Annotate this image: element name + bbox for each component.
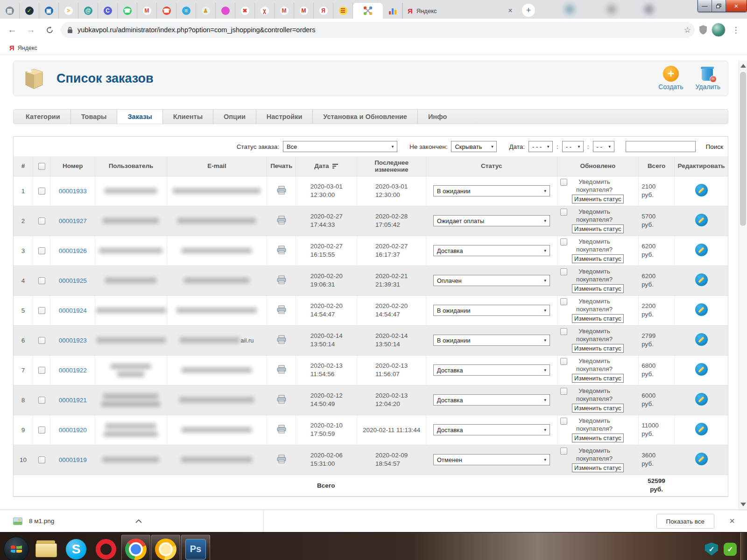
order-number-link[interactable]: 00001926 (59, 247, 87, 254)
edit-order-icon[interactable] (695, 303, 708, 316)
reload-button[interactable] (42, 22, 57, 37)
change-status-button[interactable]: Изменить статус (572, 374, 623, 383)
download-bar-close-icon[interactable]: × (729, 516, 735, 526)
row-checkbox[interactable] (38, 307, 45, 314)
pinned-tab-phone-red[interactable]: ☎ (157, 3, 176, 19)
restore-button[interactable] (712, 0, 726, 12)
row-checkbox[interactable] (38, 397, 45, 404)
change-status-button[interactable]: Изменить статус (572, 254, 623, 263)
date-year-select[interactable]: - -▼ (593, 141, 614, 152)
pinned-tab-yandex-pinned[interactable]: Я (314, 3, 333, 19)
row-checkbox[interactable] (38, 456, 45, 463)
order-number-link[interactable]: 00001921 (59, 397, 87, 404)
tab-клиенты[interactable]: Клиенты (163, 110, 213, 124)
print-icon[interactable] (276, 455, 287, 465)
pinned-tab-people[interactable]: ♟ (196, 3, 216, 19)
back-button[interactable]: ← (5, 22, 20, 37)
active-tab-joomla[interactable] (353, 3, 383, 19)
change-status-button[interactable]: Изменить статус (572, 195, 623, 203)
taskbar-opera[interactable] (92, 535, 120, 560)
scroll-down-arrow[interactable] (740, 503, 746, 506)
url-text[interactable]: yubkavpol.ru/administrator/index.php?opt… (78, 26, 679, 34)
edit-order-icon[interactable] (695, 273, 708, 286)
edit-order-icon[interactable] (695, 184, 708, 196)
order-status-select[interactable]: В ожидании▼ (433, 305, 550, 316)
tab-опции[interactable]: Опции (213, 110, 256, 124)
pinned-tab-analytics[interactable] (383, 3, 402, 19)
edit-order-icon[interactable] (695, 453, 708, 465)
pinned-tab-c-app[interactable]: C (98, 3, 118, 19)
taskbar-chrome-canary[interactable] (151, 535, 180, 560)
pinned-tab-lines-blue[interactable]: ≡ (176, 3, 196, 19)
edit-order-icon[interactable] (695, 214, 708, 226)
forward-button[interactable]: → (23, 22, 38, 37)
change-status-button[interactable]: Изменить статус (572, 434, 623, 442)
print-icon[interactable] (276, 335, 287, 346)
change-status-button[interactable]: Изменить статус (572, 314, 623, 323)
notify-checkbox[interactable] (560, 328, 567, 335)
taskbar-photoshop[interactable]: Ps (181, 535, 210, 560)
pinned-tab-joomla-pinned[interactable]: ✖ (235, 3, 255, 19)
change-status-button[interactable]: Изменить статус (572, 224, 623, 233)
taskbar-chrome[interactable] (121, 535, 150, 560)
tab-close-icon[interactable]: × (506, 7, 514, 15)
order-status-select[interactable]: Отменен▼ (433, 454, 550, 465)
change-status-button[interactable]: Изменить статус (572, 344, 623, 353)
search-input[interactable] (626, 141, 696, 152)
pinned-tab-script-x[interactable]: χ (255, 3, 275, 19)
antivirus-check-icon[interactable]: ✓ (724, 543, 737, 556)
delete-button[interactable]: − Удалить (696, 66, 720, 91)
select-all-checkbox[interactable] (38, 163, 45, 170)
notify-checkbox[interactable] (560, 238, 567, 245)
tab-товары[interactable]: Товары (71, 110, 118, 124)
order-status-select[interactable]: Ожидает оплаты▼ (433, 215, 550, 226)
edit-order-icon[interactable] (695, 393, 708, 406)
col-date[interactable]: Дата (296, 156, 357, 176)
minimize-button[interactable]: — (698, 0, 712, 12)
print-icon[interactable] (276, 216, 287, 226)
change-status-button[interactable]: Изменить статус (572, 284, 623, 293)
download-item[interactable]: 8 м1.png (0, 510, 264, 532)
pinned-tab-whatsapp[interactable]: ☎ (118, 3, 137, 19)
row-checkbox[interactable] (38, 427, 45, 434)
tab-yandex[interactable]: Я Яндекс × (402, 3, 519, 19)
col-email[interactable]: E-mail (167, 156, 267, 176)
scroll-up-arrow[interactable] (740, 64, 746, 68)
notify-checkbox[interactable] (560, 179, 567, 186)
pinned-tab-bookmark-yellow[interactable]: ☰ (333, 3, 353, 19)
profile-avatar[interactable] (712, 23, 726, 37)
date-day-select[interactable]: - - -▼ (529, 141, 553, 152)
new-tab-button[interactable]: + (522, 4, 535, 17)
scrollbar-thumb[interactable] (740, 72, 746, 226)
pinned-tab-check-badge[interactable]: ✓ (20, 3, 39, 19)
pinned-tab-email-at[interactable]: @ (78, 3, 98, 19)
edit-order-icon[interactable] (695, 423, 708, 435)
print-icon[interactable] (276, 425, 287, 435)
col-modified[interactable]: Последнее изменение (357, 156, 426, 176)
print-icon[interactable] (276, 245, 287, 256)
bookmark-star-icon[interactable]: ☆ (684, 25, 691, 35)
date-month-select[interactable]: - -▼ (562, 141, 584, 152)
tab-установка-и-обновление[interactable]: Установка и Обновление (313, 110, 418, 124)
order-number-link[interactable]: 00001924 (59, 307, 87, 314)
pinned-tab-notes[interactable]: ▤ (0, 3, 20, 19)
row-checkbox[interactable] (38, 188, 45, 195)
order-status-select[interactable]: Доставка▼ (433, 424, 550, 435)
order-status-select[interactable]: Оплачен▼ (433, 275, 550, 286)
pinned-tab-gmail-3[interactable]: M (294, 3, 314, 19)
order-number-link[interactable]: 00001920 (59, 427, 87, 434)
show-all-downloads-button[interactable]: Показать все (656, 514, 714, 529)
pinned-tab-gmail-2[interactable]: M (275, 3, 294, 19)
print-icon[interactable] (276, 305, 287, 316)
download-caret-button[interactable] (135, 519, 142, 523)
order-status-select[interactable]: В ожидании▼ (433, 335, 550, 346)
order-status-select[interactable]: Доставка▼ (433, 364, 550, 376)
order-number-link[interactable]: 00001922 (59, 367, 87, 374)
print-icon[interactable] (276, 186, 287, 196)
notify-checkbox[interactable] (560, 418, 567, 425)
show-desktop-button[interactable] (740, 532, 747, 560)
edit-order-icon[interactable] (695, 333, 708, 346)
notify-checkbox[interactable] (560, 209, 567, 216)
row-checkbox[interactable] (38, 337, 45, 344)
print-icon[interactable] (276, 365, 287, 376)
